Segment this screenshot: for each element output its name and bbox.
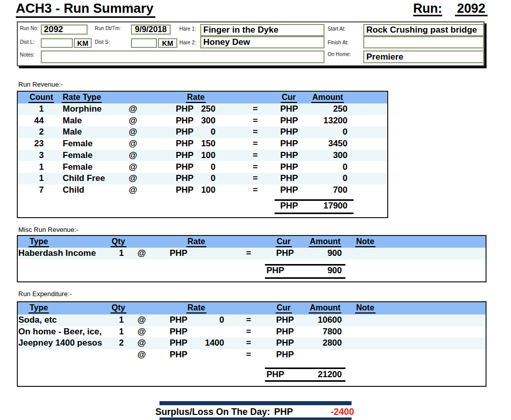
at-sign: @ [137, 326, 147, 338]
run-dttm-field[interactable]: 9/9/2018 [131, 24, 171, 35]
cell-amount: 0 [272, 162, 347, 173]
dist-l-label: Dist L: [20, 39, 34, 45]
at-sign: @ [128, 138, 138, 150]
revenue-total-amount: 17900 [272, 200, 347, 212]
cell-cur: PHP [170, 248, 187, 259]
expenditure-row: On home - Beer, ice,1@PHP=PHP7800 [18, 326, 486, 338]
hare2-field[interactable]: Honey Dew [200, 36, 325, 48]
start-at-field[interactable]: Rock Crushing past bridge [363, 24, 484, 36]
cell-type: Female [63, 138, 93, 150]
run-number: 2092 [455, 2, 488, 16]
cell-type: Female [63, 162, 93, 173]
start-at-label: Start At: [328, 26, 346, 32]
equals-sign: = [244, 349, 253, 361]
col-rate: Rate [186, 304, 206, 313]
cell-amount: 0 [272, 126, 347, 138]
at-sign: @ [128, 150, 138, 162]
cell-rate: 150 [186, 138, 216, 150]
revenue-table: Count Rate Type Rate Cur Amount 1Morphin… [17, 91, 388, 218]
misc-revenue-table: Type Qty Rate Cur Amount Note Haberdash … [17, 235, 487, 282]
run-dttm-label: Run Dt/Tm: [95, 25, 121, 32]
page-title: ACH3 - Run Summary [16, 1, 155, 18]
equals-sign: = [244, 248, 253, 259]
at-sign: @ [128, 162, 138, 173]
dist-l-unit: KM [74, 38, 92, 48]
at-sign: @ [137, 349, 147, 361]
cell-amount: 2800 [271, 337, 342, 349]
on-home-label: On Home: [328, 51, 351, 58]
finish-at-field[interactable] [363, 36, 484, 48]
cell-type: Child Free [63, 173, 105, 185]
cell-type: Child [63, 185, 85, 196]
misc-header-row: Type Qty Rate Cur Amount Note [18, 236, 486, 248]
expenditure-row: Soda, etc1@PHP0=PHP10600 [18, 314, 486, 326]
at-sign: @ [128, 173, 138, 185]
cell-rate: 0 [186, 162, 216, 173]
at-sign: @ [137, 314, 147, 326]
cell-cur: PHP [170, 337, 187, 349]
cell-qty: 1 [103, 248, 124, 259]
on-home-field[interactable]: Premiere [363, 50, 484, 63]
cell-amount: 300 [272, 150, 347, 162]
cell-type: Jeepney 1400 pesos [18, 337, 102, 349]
cell-amount: 900 [271, 248, 342, 259]
at-sign: @ [128, 126, 138, 138]
dist-s-field[interactable] [131, 38, 157, 48]
surplus-amount: -2400 [303, 407, 354, 417]
cell-rate: 0 [186, 126, 216, 138]
col-note: Note [355, 238, 375, 247]
equals-sign: = [244, 326, 253, 338]
equals-sign: = [251, 115, 260, 127]
finish-at-label: Finish At: [328, 40, 348, 46]
cell-count: 44 [18, 115, 44, 127]
cell-count: 2 [18, 126, 44, 138]
cell-type: Male [63, 115, 82, 127]
col-type: Type [29, 304, 49, 313]
cell-qty: 2 [103, 337, 124, 349]
hare1-field[interactable]: Finger in the Dyke [200, 24, 325, 36]
revenue-header-row: Count Rate Type Rate Cur Amount [18, 92, 387, 103]
revenue-row: 1Child Free@PHP0=PHP0 [18, 173, 387, 185]
total-rule-bottom [265, 277, 345, 279]
run-no-label: Run No: [20, 25, 39, 32]
col-note: Note [355, 304, 375, 313]
dist-l-field[interactable] [41, 38, 73, 48]
surplus-currency: PHP [274, 407, 293, 417]
equals-sign: = [251, 150, 260, 162]
revenue-row: 1Morphine@PHP250=PHP250 [18, 103, 387, 115]
notes-field[interactable] [41, 50, 325, 63]
expenditure-row: @PHP=PHP [18, 349, 486, 361]
misc-section-label: Misc Run Revenue:- [18, 226, 78, 233]
expenditure-header-row: Type Qty Rate Cur Amount Note [18, 302, 486, 314]
col-qty: Qty [111, 238, 126, 247]
surplus-rule-top [159, 401, 352, 405]
equals-sign: = [251, 185, 260, 196]
cell-amount: 0 [272, 173, 347, 185]
col-amount: Amount [309, 304, 341, 313]
col-cur: Cur [276, 304, 292, 313]
cell-amount: 7800 [271, 326, 342, 338]
at-sign: @ [128, 103, 138, 115]
col-type: Type [29, 238, 49, 247]
cell-amount: 700 [272, 185, 347, 196]
cell-type: Soda, etc [18, 314, 57, 326]
cell-amount: 10600 [271, 314, 342, 326]
notes-label: Notes: [20, 52, 35, 58]
equals-sign: = [251, 103, 260, 115]
cell-count: 23 [18, 138, 44, 150]
expenditure-total-amount: 21200 [271, 369, 342, 381]
run-no-field[interactable]: 2092 [41, 24, 88, 35]
col-cur: Cur [281, 93, 297, 103]
cell-rate: 250 [186, 103, 216, 115]
cell-cur: PHP [170, 349, 187, 361]
misc-row: Haberdash Income1@PHP=PHP900 [18, 248, 486, 259]
cell-cur2: PHP [276, 349, 294, 361]
cell-type: Male [63, 126, 82, 138]
cell-type: On home - Beer, ice, [18, 326, 101, 338]
cell-cur: PHP [170, 326, 187, 338]
cell-rate: 1400 [191, 337, 224, 349]
at-sign: @ [137, 248, 147, 259]
cell-qty: 1 [103, 314, 124, 326]
expenditure-table: Type Qty Rate Cur Amount Note Soda, etc1… [17, 301, 487, 387]
revenue-row: 3Female@PHP100=PHP300 [18, 150, 387, 162]
